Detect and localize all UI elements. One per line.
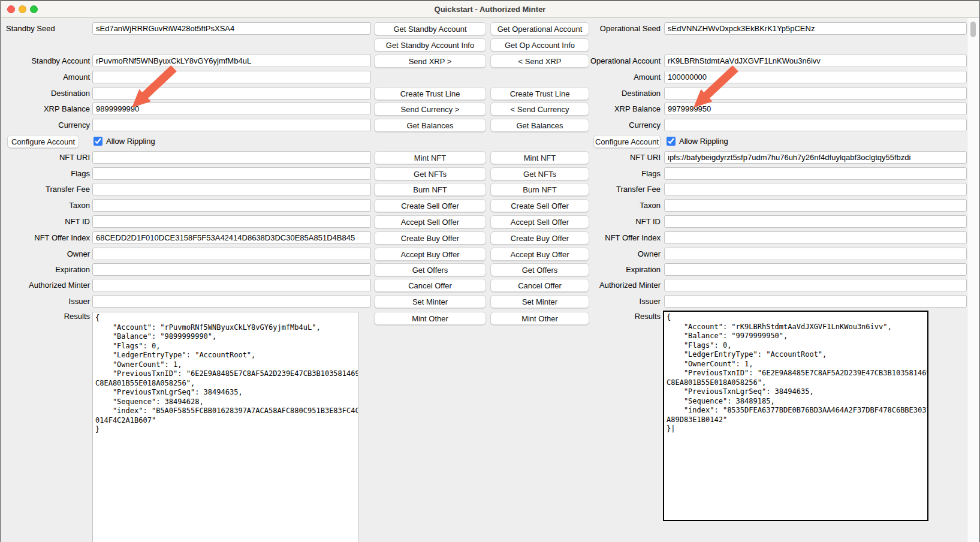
standby-allow-rippling-checkbox[interactable] (94, 137, 102, 146)
standby-seed-input[interactable] (92, 22, 371, 35)
standby-account-input[interactable] (92, 55, 371, 67)
mint-other-standby-button[interactable]: Mint Other (374, 312, 486, 325)
operational-account-input[interactable] (664, 55, 967, 67)
standby-nft-offer-index-label: NFT Offer Index (6, 231, 90, 244)
get-balances-operational-button[interactable]: Get Balances (490, 119, 589, 132)
create-sell-offer-operational-button[interactable]: Create Sell Offer (490, 199, 589, 212)
standby-configure-account-button[interactable]: Configure Account (7, 135, 79, 148)
operational-expiration-input[interactable] (664, 263, 967, 276)
mint-other-operational-button[interactable]: Mint Other (490, 312, 589, 325)
standby-owner-input[interactable] (92, 248, 371, 260)
standby-currency-input[interactable] (92, 119, 371, 131)
standby-authorized-minter-input[interactable] (92, 279, 371, 291)
cancel-offer-operational-button[interactable]: Cancel Offer (490, 279, 589, 292)
operational-amount-input[interactable] (664, 71, 967, 83)
send-xrp-standby-button[interactable]: Send XRP > (374, 55, 486, 68)
get-op-account-info-button[interactable]: Get Op Account Info (490, 38, 589, 52)
create-buy-offer-standby-button[interactable]: Create Buy Offer (374, 231, 486, 245)
send-currency-operational-button[interactable]: < Send Currency (490, 103, 589, 116)
set-minter-operational-button[interactable]: Set Minter (490, 295, 589, 308)
operational-transfer-fee-label: Transfer Fee (575, 183, 661, 195)
standby-issuer-input[interactable] (92, 295, 371, 308)
standby-issuer-label: Issuer (6, 295, 90, 308)
operational-taxon-input[interactable] (664, 199, 967, 212)
operational-account-label: Operational Account (575, 55, 661, 67)
operational-nft-id-input[interactable] (664, 215, 967, 228)
operational-seed-input[interactable] (664, 22, 967, 35)
accept-buy-offer-standby-button[interactable]: Accept Buy Offer (374, 248, 486, 261)
operational-currency-input[interactable] (664, 119, 967, 131)
standby-nft-id-input[interactable] (92, 215, 371, 228)
standby-amount-label: Amount (6, 71, 90, 83)
operational-issuer-input[interactable] (664, 295, 967, 308)
operational-allow-rippling-checkbox[interactable] (667, 137, 676, 146)
operational-authorized-minter-label: Authorized Minter (575, 279, 661, 291)
get-standby-account-button[interactable]: Get Standby Account (374, 22, 486, 35)
mint-nft-standby-button[interactable]: Mint NFT (374, 151, 486, 164)
operational-expiration-label: Expiration (575, 263, 661, 276)
operational-nft-offer-index-label: NFT Offer Index (575, 231, 661, 244)
app-window: Quickstart - Authorized Minter Standby S… (0, 0, 980, 542)
get-balances-standby-button[interactable]: Get Balances (374, 119, 486, 132)
standby-expiration-label: Expiration (6, 263, 90, 276)
accept-sell-offer-standby-button[interactable]: Accept Sell Offer (374, 215, 486, 228)
main-content: Standby Seed Standby Account Amount Dest… (1, 18, 979, 542)
get-standby-account-info-button[interactable]: Get Standby Account Info (374, 38, 486, 52)
get-operational-account-button[interactable]: Get Operational Account (490, 22, 589, 35)
operational-nft-offer-index-input[interactable] (664, 231, 967, 244)
standby-flags-input[interactable] (92, 167, 371, 180)
standby-taxon-input[interactable] (92, 199, 371, 212)
get-offers-standby-button[interactable]: Get Offers (374, 263, 486, 276)
standby-results-label: Results (6, 312, 90, 324)
create-trust-line-operational-button[interactable]: Create Trust Line (490, 87, 589, 100)
operational-taxon-label: Taxon (575, 199, 661, 212)
vertical-scrollbar[interactable] (967, 18, 979, 542)
operational-owner-input[interactable] (664, 248, 967, 260)
standby-xrp-balance-input[interactable] (92, 103, 371, 115)
create-sell-offer-standby-button[interactable]: Create Sell Offer (374, 199, 486, 212)
cancel-offer-standby-button[interactable]: Cancel Offer (374, 279, 486, 292)
operational-destination-label: Destination (575, 87, 661, 100)
scrollbar-thumb[interactable] (970, 22, 976, 37)
operational-transfer-fee-input[interactable] (664, 183, 967, 195)
standby-seed-label: Standby Seed (6, 22, 90, 35)
operational-flags-input[interactable] (664, 167, 967, 180)
operational-results-textarea[interactable]: { "Account": "rK9LBRhStdmtAaVdJXGVF1LnKW… (663, 311, 928, 521)
standby-xrp-balance-label: XRP Balance (6, 103, 90, 115)
send-xrp-operational-button[interactable]: < Send XRP (490, 55, 589, 68)
standby-results-textarea[interactable]: { "Account": "rPuvmoRNf5WNByuxCkLY8vGY6y… (92, 312, 358, 542)
operational-currency-label: Currency (575, 119, 661, 131)
get-offers-operational-button[interactable]: Get Offers (490, 263, 589, 276)
operational-authorized-minter-input[interactable] (664, 279, 967, 291)
set-minter-standby-button[interactable]: Set Minter (374, 295, 486, 308)
standby-nft-uri-input[interactable] (92, 151, 371, 164)
operational-issuer-label: Issuer (575, 295, 661, 308)
operational-destination-input[interactable] (664, 87, 967, 100)
accept-sell-offer-operational-button[interactable]: Accept Sell Offer (490, 215, 589, 228)
standby-nft-offer-index-input[interactable] (92, 231, 371, 244)
accept-buy-offer-operational-button[interactable]: Accept Buy Offer (490, 248, 589, 261)
operational-allow-rippling-label: Allow Rippling (679, 135, 728, 147)
operational-flags-label: Flags (575, 167, 661, 180)
standby-nft-uri-label: NFT URI (6, 151, 90, 164)
standby-amount-input[interactable] (92, 71, 371, 83)
create-buy-offer-operational-button[interactable]: Create Buy Offer (490, 231, 589, 245)
operational-nft-uri-input[interactable] (664, 151, 967, 164)
window-title: Quickstart - Authorized Minter (1, 1, 979, 17)
standby-expiration-input[interactable] (92, 263, 371, 276)
burn-nft-operational-button[interactable]: Burn NFT (490, 183, 589, 196)
operational-configure-account-button[interactable]: Configure Account (593, 135, 661, 148)
burn-nft-standby-button[interactable]: Burn NFT (374, 183, 486, 196)
standby-destination-input[interactable] (92, 87, 371, 100)
send-currency-standby-button[interactable]: Send Currency > (374, 103, 486, 116)
get-nfts-operational-button[interactable]: Get NFTs (490, 167, 589, 180)
standby-transfer-fee-input[interactable] (92, 183, 371, 195)
get-nfts-standby-button[interactable]: Get NFTs (374, 167, 486, 180)
operational-amount-label: Amount (575, 71, 661, 83)
standby-currency-label: Currency (6, 119, 90, 131)
standby-authorized-minter-label: Authorized Minter (6, 279, 90, 291)
operational-xrp-balance-input[interactable] (664, 103, 967, 115)
operational-nft-id-label: NFT ID (575, 215, 661, 228)
create-trust-line-standby-button[interactable]: Create Trust Line (374, 87, 486, 100)
mint-nft-operational-button[interactable]: Mint NFT (490, 151, 589, 164)
